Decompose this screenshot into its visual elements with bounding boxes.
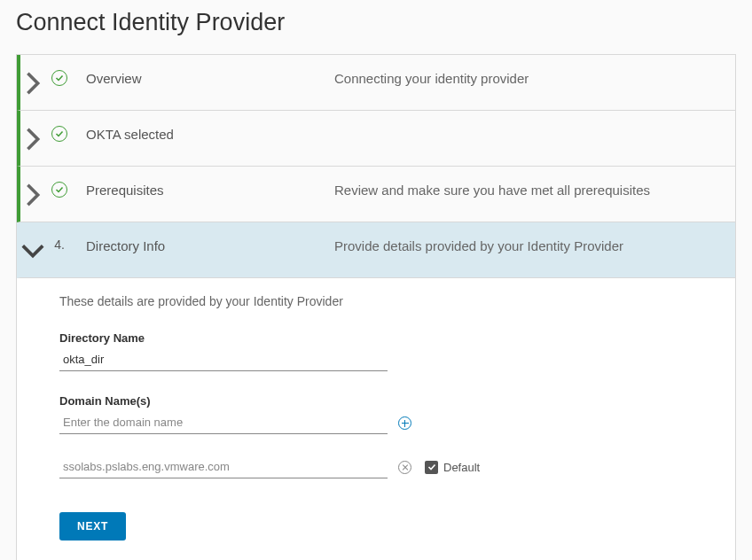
step-status-icon — [45, 125, 74, 142]
step-status-icon — [45, 69, 74, 86]
default-checkbox-label: Default — [443, 461, 480, 474]
step-number: 4. — [45, 237, 74, 252]
check-circle-icon — [51, 126, 67, 142]
step-prerequisites[interactable]: Prerequisites Review and make sure you h… — [17, 167, 735, 222]
wizard-steps: Overview Connecting your identity provid… — [16, 54, 736, 560]
domain-entry-row: Default — [59, 455, 693, 478]
step-status-icon — [45, 181, 74, 198]
chevron-right-icon — [20, 181, 45, 207]
check-circle-icon — [51, 70, 67, 86]
step-title: Overview — [86, 69, 334, 89]
chevron-down-icon — [20, 237, 45, 263]
add-domain-button[interactable] — [396, 415, 412, 431]
step-desc: Provide details provided by your Identit… — [334, 237, 725, 257]
chevron-right-icon — [20, 69, 45, 96]
domain-names-label: Domain Name(s) — [59, 394, 693, 408]
step-desc: Connecting your identity provider — [334, 69, 725, 89]
default-checkbox[interactable] — [425, 461, 438, 474]
step-overview[interactable]: Overview Connecting your identity provid… — [17, 55, 735, 111]
panel-description: These details are provided by your Ident… — [59, 294, 693, 308]
directory-name-input[interactable] — [59, 348, 388, 371]
x-circle-icon — [398, 461, 411, 474]
step-okta[interactable]: OKTA selected — [17, 111, 735, 167]
directory-name-field: Directory Name — [59, 331, 693, 371]
plus-circle-icon — [398, 416, 411, 430]
check-circle-icon — [51, 182, 67, 198]
step-title: Prerequisites — [86, 181, 334, 201]
domain-entry-input[interactable] — [59, 455, 388, 478]
chevron-right-icon — [20, 125, 45, 152]
step-directory-info[interactable]: 4. Directory Info Provide details provid… — [17, 222, 735, 278]
remove-domain-button[interactable] — [396, 459, 412, 475]
step-desc — [334, 125, 725, 144]
step-title: OKTA selected — [86, 125, 334, 144]
step-desc: Review and make sure you have met all pr… — [334, 181, 725, 201]
step-title: Directory Info — [86, 237, 334, 257]
next-button[interactable]: NEXT — [59, 512, 126, 541]
domain-names-field: Domain Name(s) Default — [59, 394, 693, 478]
domain-name-input[interactable] — [59, 411, 388, 434]
directory-info-panel: These details are provided by your Ident… — [17, 278, 735, 560]
page-title: Connect Identity Provider — [0, 0, 752, 54]
directory-name-label: Directory Name — [59, 331, 693, 345]
